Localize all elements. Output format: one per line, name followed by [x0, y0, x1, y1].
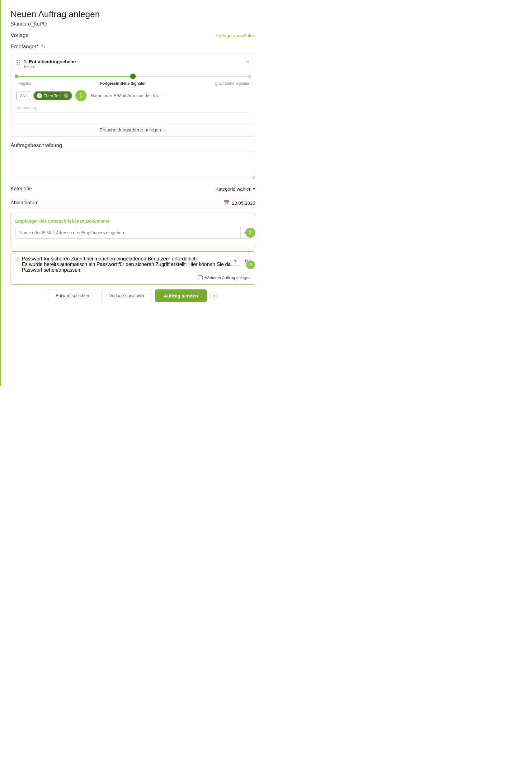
vorlage-link[interactable]: Vorlage auswählen [216, 33, 255, 38]
slider-dot-left [15, 74, 18, 78]
signature-slider[interactable]: Freigabe Fortgeschrittene Signatur Quali… [16, 73, 249, 86]
weiteren-row: Weiteren Auftrag anlegen [15, 275, 251, 280]
warning-icon: ! [37, 93, 42, 98]
page-title: Neuen Auftrag anlegen [11, 9, 255, 19]
empfaenger-label: Empfänger* [11, 44, 39, 50]
slider-label-fortgeschrittene: Fortgeschrittene Signatur [100, 81, 146, 86]
passwort-icons: ✎ ⧉ 3 [231, 256, 251, 266]
passwort-text-line2: Es wurde bereits automatisch ein Passwor… [22, 262, 251, 273]
decision-extern: Extern [24, 64, 76, 69]
step-badge-1: 1 [75, 90, 87, 101]
vorlage-row: Vorlage Vorlage auswählen [11, 32, 255, 39]
empfaenger-dokument-section: Empfänger des unterschriebenen Dokuments… [11, 214, 255, 247]
anmerkung-placeholder: Anmerkung [16, 106, 249, 112]
ablaufdatum-label: Ablaufdatum [11, 200, 39, 206]
passwort-edit-button[interactable]: ✎ [231, 256, 240, 266]
vorlage-label: Vorlage [11, 32, 29, 39]
chevron-down-icon: ▾ [253, 186, 255, 191]
kategorie-label: Kategorie [11, 186, 32, 191]
decision-card: 1. Entscheidungsebene Extern × Freigabe … [11, 54, 255, 118]
slider-label-freigabe: Freigabe [16, 81, 31, 86]
ablaufdatum-row: Ablaufdatum 📅 23.05.2023 [11, 200, 255, 209]
decision-title: 1. Entscheidungsebene [24, 59, 76, 64]
an-badge: AN: [16, 92, 30, 100]
ablaufdatum-value: 23.05.2023 [232, 200, 255, 206]
kategorie-value: Kategorie wählen [215, 186, 252, 191]
vorlage-button[interactable]: Vorlage speichern [101, 289, 152, 302]
description-label: Auftragsbeschreibung [11, 142, 255, 149]
slider-dot-right [247, 74, 251, 78]
add-level-button[interactable]: Entscheidungsebene anlegen + [11, 123, 255, 137]
slider-line-filled [16, 76, 133, 77]
slider-labels: Freigabe Fortgeschrittene Signatur Quali… [16, 81, 249, 86]
close-decision-button[interactable]: × [246, 59, 249, 64]
kategorie-row: Kategorie Kategorie wählen ▾ [11, 186, 255, 195]
description-textarea[interactable] [11, 151, 255, 179]
step-badge-3: 3 [246, 260, 255, 269]
empfaenger-dokument-title: Empfänger des unterschriebenen Dokuments [15, 219, 251, 224]
refresh-icon[interactable]: ↻ [41, 44, 45, 50]
slider-dot-middle [130, 73, 136, 79]
empfaenger-row: Empfänger* ↻ [11, 44, 255, 50]
anmerkung-row: Anmerkung [16, 106, 249, 112]
entwurf-button[interactable]: Entwurf speichern [48, 289, 98, 302]
page-subtitle: Standard_KuPO [11, 21, 255, 27]
step-badge-2: 2 [245, 228, 255, 238]
recipient-input[interactable] [90, 92, 249, 99]
ablaufdatum-value-row: 📅 23.05.2023 [224, 200, 255, 206]
passwort-warning-icon: ⚠ [15, 256, 19, 273]
add-level-plus: + [163, 127, 166, 132]
calendar-icon[interactable]: 📅 [224, 200, 229, 206]
decision-title-block: 1. Entscheidungsebene Extern [24, 59, 76, 69]
recipient-name: Theo Test [44, 93, 62, 98]
passwort-section: ⚠ Passwort für sicheren Zugriff bei manc… [11, 251, 255, 285]
footer-buttons: Entwurf speichern Vorlage speichern Auft… [11, 289, 255, 302]
info-icon[interactable]: ℹ [210, 291, 218, 300]
weiteren-label: Weiteren Auftrag anlegen [205, 275, 251, 280]
passwort-warning-row: ⚠ Passwort für sicheren Zugriff bei manc… [15, 256, 251, 273]
decision-header-left: 1. Entscheidungsebene Extern [16, 59, 76, 69]
chip-close-button[interactable]: × [64, 93, 68, 98]
senden-button[interactable]: Auftrag senden [155, 289, 207, 302]
weiteren-checkbox[interactable] [198, 275, 203, 280]
an-row: AN: ! Theo Test × 1 [16, 90, 249, 101]
add-level-label: Entscheidungsebene anlegen [100, 127, 161, 132]
empfaenger-dokument-input[interactable] [16, 227, 240, 238]
recipient-chip: ! Theo Test × [33, 91, 72, 100]
passwort-text: Passwort für sicheren Zugriff bei manche… [22, 256, 251, 273]
decision-header: 1. Entscheidungsebene Extern × [16, 59, 249, 69]
kategorie-dropdown[interactable]: Kategorie wählen ▾ [215, 186, 255, 191]
slider-line [16, 76, 249, 77]
slider-label-qualifizierte: Qualifizierte Signatur [215, 81, 249, 86]
empfaenger-input-row: ▾ 2 [15, 227, 251, 239]
passwort-text-line1: Passwort für sicheren Zugriff bei manche… [22, 256, 251, 262]
slider-track [16, 73, 249, 79]
drag-handle[interactable] [16, 60, 20, 65]
